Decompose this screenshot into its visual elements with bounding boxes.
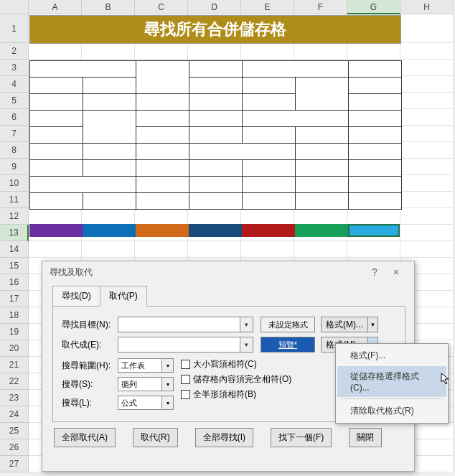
close-dialog-button[interactable]: 關閉	[349, 428, 382, 447]
col-header-B[interactable]: B	[82, 0, 135, 14]
menu-format[interactable]: 格式(F)...	[337, 345, 446, 366]
cell-H9[interactable]	[400, 159, 454, 175]
find-next-button[interactable]: 找下一個(F)	[271, 428, 332, 447]
cell-B14[interactable]	[82, 241, 135, 258]
color-swatch-2[interactable]	[136, 224, 189, 237]
cell-D14[interactable]	[188, 241, 241, 258]
cell-B12[interactable]	[82, 208, 135, 225]
row-header-18[interactable]: 18	[0, 307, 29, 324]
row-header-27[interactable]: 27	[0, 456, 29, 472]
row-header-7[interactable]: 7	[0, 126, 29, 142]
cell-G12[interactable]	[347, 208, 400, 225]
cell-H11[interactable]	[400, 192, 454, 208]
color-swatch-3[interactable]	[189, 224, 242, 237]
row-header-4[interactable]: 4	[0, 76, 29, 93]
row-header-10[interactable]: 10	[0, 175, 29, 192]
tab-find[interactable]: 尋找(D)	[52, 286, 100, 307]
cell-H5[interactable]	[400, 93, 454, 109]
cell-H3[interactable]	[400, 60, 454, 76]
cell-H8[interactable]	[400, 142, 454, 159]
row-header-3[interactable]: 3	[0, 60, 29, 76]
row-header-2[interactable]: 2	[0, 43, 29, 60]
match-entire-checkbox[interactable]	[181, 375, 190, 384]
find-what-dropdown[interactable]: ▾	[240, 317, 253, 332]
search-select[interactable]: 循列	[118, 377, 162, 391]
within-select[interactable]: 工作表	[118, 358, 162, 373]
lookin-arrow[interactable]: ▾	[162, 396, 174, 410]
tab-replace[interactable]: 取代(P)	[100, 286, 147, 307]
row-header-19[interactable]: 19	[0, 324, 29, 340]
select-all-corner[interactable]	[0, 0, 29, 14]
col-header-A[interactable]: A	[29, 0, 82, 14]
replace-with-input[interactable]	[118, 337, 240, 353]
match-case-checkbox[interactable]	[181, 360, 190, 369]
cell-G14[interactable]	[347, 241, 400, 258]
within-arrow[interactable]: ▾	[162, 358, 174, 373]
cell-E2[interactable]	[241, 43, 294, 60]
lookin-select[interactable]: 公式	[118, 396, 162, 410]
color-swatch-1[interactable]	[83, 224, 136, 237]
cell-F14[interactable]	[294, 241, 347, 258]
row-header-21[interactable]: 21	[0, 357, 29, 373]
find-all-button[interactable]: 全部尋找(I)	[195, 428, 253, 447]
row-header-14[interactable]: 14	[0, 241, 29, 258]
col-header-F[interactable]: F	[294, 0, 347, 14]
cell-A2[interactable]	[29, 43, 82, 60]
merged-title-cell[interactable]: 尋找所有合併儲存格	[29, 15, 401, 44]
row-header-12[interactable]: 12	[0, 208, 29, 225]
cell-H13[interactable]	[400, 225, 454, 241]
cell-H1[interactable]	[400, 14, 454, 43]
cell-C12[interactable]	[135, 208, 188, 225]
row-header-5[interactable]: 5	[0, 93, 29, 109]
col-header-H[interactable]: H	[400, 0, 454, 14]
col-header-D[interactable]: D	[188, 0, 241, 14]
find-format-button[interactable]: 格式(M)...	[321, 317, 368, 332]
color-swatch-4[interactable]	[242, 224, 295, 237]
col-header-C[interactable]: C	[135, 0, 188, 14]
color-swatch-6[interactable]	[348, 224, 400, 237]
cell-H7[interactable]	[400, 126, 454, 142]
cell-D2[interactable]	[188, 43, 241, 60]
row-header-20[interactable]: 20	[0, 340, 29, 357]
cell-E14[interactable]	[241, 241, 294, 258]
cell-C14[interactable]	[135, 241, 188, 258]
row-header-25[interactable]: 25	[0, 423, 29, 439]
cell-H2[interactable]	[400, 43, 454, 60]
col-header-E[interactable]: E	[241, 0, 294, 14]
cell-H6[interactable]	[400, 109, 454, 126]
row-header-9[interactable]: 9	[0, 159, 29, 175]
cell-B2[interactable]	[82, 43, 135, 60]
cell-H10[interactable]	[400, 175, 454, 192]
cell-H14[interactable]	[400, 241, 454, 258]
row-header-8[interactable]: 8	[0, 142, 29, 159]
color-swatch-0[interactable]	[29, 224, 83, 237]
row-header-16[interactable]: 16	[0, 274, 29, 291]
cell-C2[interactable]	[135, 43, 188, 60]
cell-F12[interactable]	[294, 208, 347, 225]
cell-G2[interactable]	[347, 43, 400, 60]
col-header-G[interactable]: G	[347, 0, 400, 14]
row-header-1[interactable]: 1	[0, 14, 29, 43]
find-what-input[interactable]	[118, 317, 240, 332]
find-format-dropdown[interactable]: ▼	[368, 317, 378, 332]
replace-with-dropdown[interactable]: ▾	[240, 337, 253, 353]
cell-E12[interactable]	[241, 208, 294, 225]
row-header-23[interactable]: 23	[0, 390, 29, 406]
cell-H4[interactable]	[400, 76, 454, 93]
match-width-checkbox[interactable]	[181, 390, 190, 399]
cell-A12[interactable]	[29, 208, 82, 225]
cell-D12[interactable]	[188, 208, 241, 225]
row-header-17[interactable]: 17	[0, 291, 29, 307]
row-header-26[interactable]: 26	[0, 439, 29, 456]
close-button[interactable]: ×	[385, 266, 407, 278]
menu-clear-format[interactable]: 清除取代格式(R)	[337, 401, 446, 421]
replace-all-button[interactable]: 全部取代(A)	[54, 428, 116, 447]
cell-A14[interactable]	[29, 241, 82, 258]
row-header-13[interactable]: 13	[0, 225, 29, 241]
color-swatch-5[interactable]	[295, 224, 348, 237]
cell-H12[interactable]	[400, 208, 454, 225]
row-header-11[interactable]: 11	[0, 192, 29, 208]
row-header-24[interactable]: 24	[0, 406, 29, 423]
row-header-15[interactable]: 15	[0, 258, 29, 274]
cell-F2[interactable]	[294, 43, 347, 60]
